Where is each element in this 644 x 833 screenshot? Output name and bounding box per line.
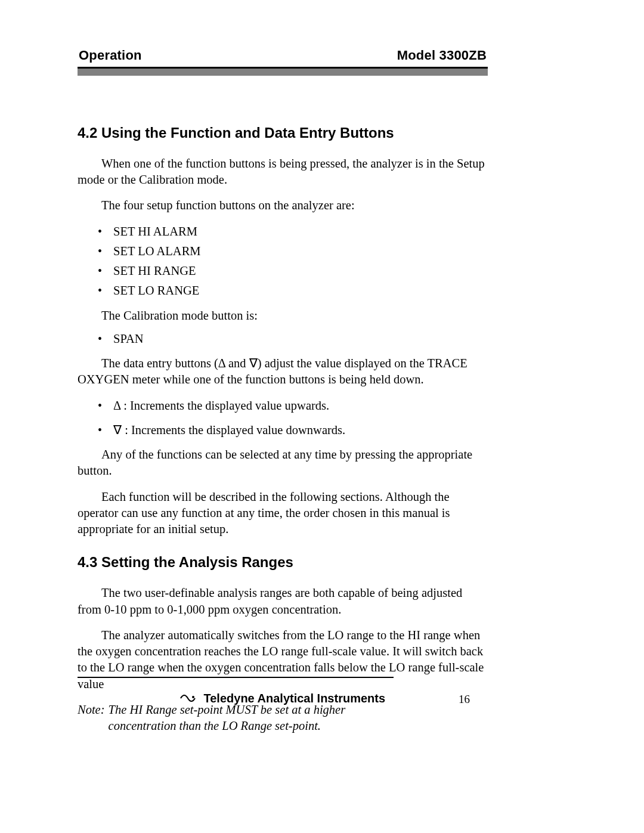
list-item: SET HI RANGE <box>78 263 488 279</box>
list-item: Δ : Increments the displayed value upwar… <box>78 398 488 414</box>
calibration-intro: The Calibration mode button is: <box>101 308 488 324</box>
content-area: Operation Model 3300ZB 4.2 Using the Fun… <box>78 48 488 726</box>
paragraph: The data entry buttons (Δ and ∇) adjust … <box>78 355 488 388</box>
data-entry-symbol-list: Δ : Increments the displayed value upwar… <box>78 398 488 439</box>
calibration-button-list: SPAN <box>78 331 488 347</box>
teledyne-logo-icon <box>180 692 196 706</box>
note-label: Note: <box>78 702 109 735</box>
header-right: Model 3300ZB <box>397 48 487 63</box>
svg-point-0 <box>192 696 194 698</box>
body-text: 4.2 Using the Function and Data Entry Bu… <box>78 76 488 734</box>
list-item: SPAN <box>78 331 488 347</box>
list-item: ∇ : Increments the displayed value downw… <box>78 422 488 438</box>
running-footer: Teledyne Analytical Instruments 16 <box>78 692 488 706</box>
paragraph: The four setup function buttons on the a… <box>78 197 488 213</box>
setup-button-list: SET HI ALARM SET LO ALARM SET HI RANGE S… <box>78 224 488 299</box>
paragraph: The two user-definable analysis ranges a… <box>78 585 488 618</box>
note-block: Note: The HI Range set-point MUST be set… <box>78 702 488 735</box>
list-item: SET LO RANGE <box>78 283 488 299</box>
paragraph: The analyzer automatically switches from… <box>78 627 488 692</box>
footer-rule <box>78 677 394 678</box>
footer-company: Teledyne Analytical Instruments <box>204 692 386 705</box>
section-4-2-heading: 4.2 Using the Function and Data Entry Bu… <box>78 123 488 143</box>
running-header: Operation Model 3300ZB <box>78 48 488 67</box>
paragraph: When one of the function buttons is bein… <box>78 156 488 188</box>
note-body: The HI Range set-point MUST be set at a … <box>109 702 371 735</box>
page-number: 16 <box>459 693 470 706</box>
header-rule <box>78 67 488 76</box>
section-4-3-heading: 4.3 Setting the Analysis Ranges <box>78 553 488 572</box>
header-left: Operation <box>79 48 142 63</box>
list-item: SET HI ALARM <box>78 224 488 240</box>
paragraph: Any of the functions can be selected at … <box>78 447 488 479</box>
list-item: SET LO ALARM <box>78 243 488 259</box>
document-page: Operation Model 3300ZB 4.2 Using the Fun… <box>0 0 644 833</box>
paragraph: Each function will be described in the f… <box>78 489 488 538</box>
